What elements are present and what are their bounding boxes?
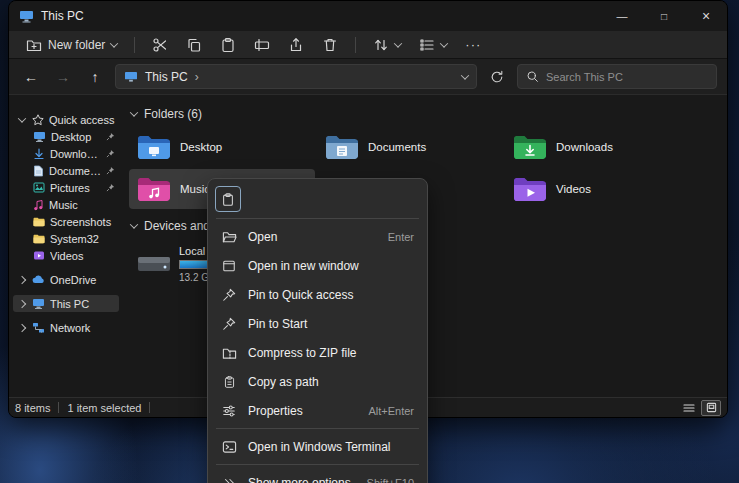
search-input[interactable] bbox=[546, 71, 708, 83]
cut-icon bbox=[152, 37, 168, 53]
chevron-down-icon bbox=[110, 39, 118, 47]
quick-access-star-icon bbox=[32, 114, 44, 126]
breadcrumb-chevron-icon[interactable]: › bbox=[195, 70, 199, 84]
paste-button[interactable] bbox=[213, 33, 243, 57]
properties-icon bbox=[221, 404, 237, 418]
copy-icon bbox=[221, 192, 235, 207]
delete-icon bbox=[322, 37, 338, 53]
search-icon bbox=[526, 70, 539, 83]
copy-button[interactable] bbox=[215, 186, 241, 212]
hard-drive-icon bbox=[137, 252, 171, 276]
paste-icon bbox=[220, 37, 236, 53]
sort-button[interactable] bbox=[366, 33, 408, 57]
collapse-chevron-icon bbox=[130, 108, 138, 116]
view-icon bbox=[419, 37, 435, 53]
new-folder-button[interactable]: New folder bbox=[19, 33, 124, 57]
chevron-right-icon bbox=[19, 277, 27, 283]
show-more-icon bbox=[221, 477, 237, 483]
context-menu: Open Enter Open in new window Pin to Qui… bbox=[207, 178, 428, 483]
chevron-right-icon bbox=[19, 325, 27, 331]
folder-tile-downloads[interactable]: Downloads bbox=[505, 127, 691, 167]
breadcrumb[interactable]: This PC bbox=[145, 70, 188, 84]
desktop-icon bbox=[33, 131, 46, 143]
share-button[interactable] bbox=[281, 33, 311, 57]
see-more-button[interactable]: ··· bbox=[458, 33, 488, 57]
back-button[interactable]: ← bbox=[19, 65, 43, 89]
menu-item-open[interactable]: Open Enter bbox=[212, 222, 423, 251]
menu-item-pin-to-start[interactable]: Pin to Start bbox=[212, 309, 423, 338]
navigation-bar: ← → ↑ This PC › bbox=[9, 59, 727, 95]
copy-path-icon bbox=[221, 375, 237, 389]
menu-item-pin-to-quick-access[interactable]: Pin to Quick access bbox=[212, 280, 423, 309]
delete-button[interactable] bbox=[315, 33, 345, 57]
onedrive-cloud-icon bbox=[32, 275, 45, 284]
up-button[interactable]: ↑ bbox=[83, 65, 107, 89]
documents-folder-icon bbox=[325, 134, 359, 161]
sidebar-item-quick-access[interactable]: Quick access bbox=[13, 111, 119, 128]
rename-button[interactable] bbox=[247, 33, 277, 57]
new-folder-label: New folder bbox=[48, 38, 105, 52]
sidebar-item-videos[interactable]: Videos bbox=[13, 247, 119, 264]
folder-tile-documents[interactable]: Documents bbox=[317, 127, 503, 167]
downloads-folder-icon bbox=[513, 134, 547, 161]
pin-icon bbox=[106, 166, 115, 175]
folder-tile-desktop[interactable]: Desktop bbox=[129, 127, 315, 167]
folder-tile-videos[interactable]: Videos bbox=[505, 169, 691, 209]
sidebar-item-network[interactable]: Network bbox=[13, 319, 119, 336]
chevron-down-icon bbox=[19, 117, 27, 123]
chevron-down-icon bbox=[394, 39, 402, 47]
refresh-icon bbox=[490, 70, 504, 84]
pin-icon bbox=[221, 288, 237, 302]
sidebar-item-pictures[interactable]: Pictures bbox=[13, 179, 119, 196]
menu-item-open-new-window[interactable]: Open in new window bbox=[212, 251, 423, 280]
zip-folder-icon bbox=[221, 346, 237, 360]
sidebar-item-documents[interactable]: Documents bbox=[13, 162, 119, 179]
sidebar-item-system32[interactable]: System32 bbox=[13, 230, 119, 247]
sort-icon bbox=[373, 37, 389, 53]
sidebar-item-this-pc[interactable]: This PC bbox=[13, 295, 119, 312]
menu-item-show-more-options[interactable]: Show more options Shift+F10 bbox=[212, 468, 423, 483]
address-bar[interactable]: This PC › bbox=[115, 64, 477, 89]
more-options-icon: ··· bbox=[465, 37, 481, 52]
details-view-button[interactable] bbox=[679, 400, 699, 416]
titlebar[interactable]: This PC — □ × bbox=[9, 1, 727, 31]
new-window-icon bbox=[221, 259, 237, 273]
large-icons-view-button[interactable] bbox=[701, 400, 721, 416]
address-dropdown-chevron-icon[interactable] bbox=[461, 71, 469, 79]
sidebar-item-music[interactable]: Music bbox=[13, 196, 119, 213]
maximize-button[interactable]: □ bbox=[643, 1, 685, 31]
forward-button[interactable]: → bbox=[51, 65, 75, 89]
minimize-button[interactable]: — bbox=[601, 1, 643, 31]
pin-icon bbox=[106, 149, 115, 158]
sidebar-item-downloads[interactable]: Downloads bbox=[13, 145, 119, 162]
sidebar-item-screenshots[interactable]: Screenshots bbox=[13, 213, 119, 230]
details-view-icon bbox=[683, 403, 695, 413]
search-box bbox=[517, 64, 717, 89]
menu-item-copy-as-path[interactable]: Copy as path bbox=[212, 367, 423, 396]
window-title: This PC bbox=[41, 9, 84, 23]
collapse-chevron-icon bbox=[130, 220, 138, 228]
menu-item-properties[interactable]: Properties Alt+Enter bbox=[212, 396, 423, 425]
menu-separator bbox=[216, 428, 419, 429]
videos-icon bbox=[33, 250, 45, 261]
rename-icon bbox=[254, 37, 270, 53]
this-pc-window-icon bbox=[19, 10, 34, 23]
toolbar-separator bbox=[355, 37, 356, 53]
command-toolbar: New folder ··· bbox=[9, 31, 727, 59]
folder-icon bbox=[33, 217, 45, 227]
items-count: 8 items bbox=[15, 402, 50, 414]
sidebar-item-desktop[interactable]: Desktop bbox=[13, 128, 119, 145]
cut-button[interactable] bbox=[145, 33, 175, 57]
copy-button[interactable] bbox=[179, 33, 209, 57]
pin-icon bbox=[106, 132, 115, 141]
this-pc-icon bbox=[32, 298, 45, 310]
menu-item-open-in-windows-terminal[interactable]: Open in Windows Terminal bbox=[212, 432, 423, 461]
refresh-button[interactable] bbox=[485, 65, 509, 89]
close-button[interactable]: × bbox=[685, 1, 727, 31]
menu-item-compress-to-zip[interactable]: Compress to ZIP file bbox=[212, 338, 423, 367]
view-button[interactable] bbox=[412, 33, 454, 57]
folders-section-header[interactable]: Folders (6) bbox=[129, 103, 727, 125]
sidebar-item-onedrive[interactable]: OneDrive bbox=[13, 271, 119, 288]
downloads-icon bbox=[33, 148, 45, 160]
desktop-wallpaper: This PC — □ × New folder bbox=[0, 0, 739, 483]
